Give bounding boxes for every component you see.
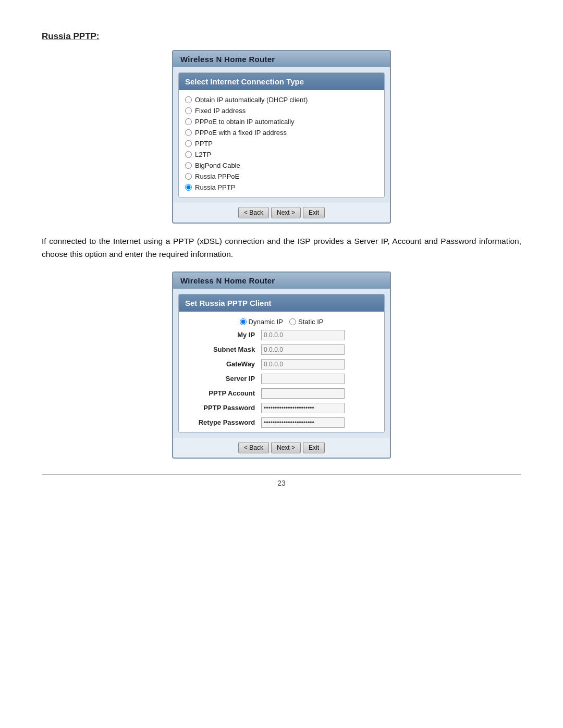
form-table: My IP Subnet Mask GateWay [184, 328, 379, 430]
option-pppoe-auto-label: PPPoE to obtain IP automatically [195, 118, 295, 126]
input-gateway[interactable] [261, 359, 345, 369]
page-number: 23 [42, 479, 521, 487]
option-fixed-ip[interactable]: Fixed IP address [185, 105, 378, 116]
radio-pptp[interactable] [185, 140, 192, 147]
input-retype-password[interactable] [261, 417, 345, 428]
back-button-2[interactable]: < Back [238, 442, 269, 453]
btn-row-1: < Back Next > Exit [173, 203, 390, 223]
field-server-ip: Server IP [184, 372, 379, 386]
input-cell-pptp-password [258, 401, 379, 415]
label-my-ip: My IP [184, 328, 258, 342]
input-cell-server-ip [258, 372, 379, 386]
form-wrapper: Dynamic IP Static IP My IP [179, 312, 384, 432]
input-subnet-mask[interactable] [261, 344, 345, 355]
option-l2tp[interactable]: L2TP [185, 149, 378, 160]
page-heading: Russia PPTP: [42, 31, 521, 42]
radio-fixed-ip[interactable] [185, 107, 192, 114]
field-my-ip: My IP [184, 328, 379, 342]
option-dhcp[interactable]: Obtain IP automatically (DHCP client) [185, 94, 378, 105]
option-pppoe-fixed-label: PPPoE with a fixed IP address [195, 129, 287, 137]
next-button-1[interactable]: Next > [271, 207, 301, 218]
option-pptp-label: PPTP [195, 140, 213, 147]
input-my-ip[interactable] [261, 330, 345, 340]
option-pppoe-fixed[interactable]: PPPoE with a fixed IP address [185, 127, 378, 138]
footer-divider [42, 474, 521, 475]
option-russia-pptp[interactable]: Russia PPTP [185, 182, 378, 193]
input-cell-my-ip [258, 328, 379, 342]
option-bigpond[interactable]: BigPond Cable [185, 160, 378, 171]
field-retype-password: Retype Password [184, 415, 379, 430]
label-server-ip: Server IP [184, 372, 258, 386]
field-subnet-mask: Subnet Mask [184, 342, 379, 357]
router-inner-1: Select Internet Connection Type Obtain I… [178, 72, 385, 198]
option-russia-pppoe-label: Russia PPPoE [195, 172, 239, 180]
section-header-1: Select Internet Connection Type [179, 73, 384, 90]
options-list: Obtain IP automatically (DHCP client) Fi… [179, 90, 384, 197]
router-inner-2: Set Russia PPTP Client Dynamic IP Static… [178, 294, 385, 433]
label-pptp-password: PPTP Password [184, 401, 258, 415]
option-pppoe-auto[interactable]: PPPoE to obtain IP automatically [185, 116, 378, 127]
input-pptp-password[interactable] [261, 403, 345, 413]
dynamic-ip-label[interactable]: Dynamic IP [240, 318, 283, 326]
radio-dynamic-ip[interactable] [240, 318, 247, 325]
next-button-2[interactable]: Next > [271, 442, 301, 453]
option-russia-pppoe[interactable]: Russia PPPoE [185, 171, 378, 182]
static-ip-label[interactable]: Static IP [289, 318, 323, 326]
label-retype-password: Retype Password [184, 415, 258, 430]
option-fixed-ip-label: Fixed IP address [195, 107, 246, 115]
input-server-ip[interactable] [261, 374, 345, 384]
dynamic-static-row: Dynamic IP Static IP [184, 315, 379, 328]
back-button-1[interactable]: < Back [238, 207, 269, 218]
static-ip-text: Static IP [298, 318, 323, 326]
router-box-2: Wireless N Home Router Set Russia PPTP C… [172, 272, 391, 459]
option-russia-pptp-label: Russia PPTP [195, 183, 235, 191]
router-title-1: Wireless N Home Router [173, 51, 390, 67]
option-dhcp-label: Obtain IP automatically (DHCP client) [195, 96, 308, 104]
radio-pppoe-fixed[interactable] [185, 129, 192, 136]
option-l2tp-label: L2TP [195, 151, 211, 158]
exit-button-2[interactable]: Exit [303, 442, 325, 453]
input-cell-retype-password [258, 415, 379, 430]
radio-l2tp[interactable] [185, 151, 192, 158]
input-pptp-account[interactable] [261, 388, 345, 399]
input-cell-subnet [258, 342, 379, 357]
exit-button-1[interactable]: Exit [303, 207, 325, 218]
input-cell-gateway [258, 357, 379, 372]
router-title-2: Wireless N Home Router [173, 273, 390, 289]
radio-static-ip[interactable] [289, 318, 296, 325]
field-gateway: GateWay [184, 357, 379, 372]
radio-dhcp[interactable] [185, 96, 192, 103]
field-pptp-account: PPTP Account [184, 386, 379, 401]
radio-russia-pptp[interactable] [185, 184, 192, 191]
radio-russia-pppoe[interactable] [185, 173, 192, 180]
description-text: If connected to the Internet using a PPT… [42, 235, 521, 261]
section-header-2: Set Russia PPTP Client [179, 294, 384, 312]
input-cell-pptp-account [258, 386, 379, 401]
btn-row-2: < Back Next > Exit [173, 438, 390, 458]
label-pptp-account: PPTP Account [184, 386, 258, 401]
dynamic-ip-text: Dynamic IP [249, 318, 283, 326]
radio-bigpond[interactable] [185, 162, 192, 169]
label-gateway: GateWay [184, 357, 258, 372]
label-subnet-mask: Subnet Mask [184, 342, 258, 357]
field-pptp-password: PPTP Password [184, 401, 379, 415]
radio-pppoe-auto[interactable] [185, 118, 192, 125]
router-box-1: Wireless N Home Router Select Internet C… [172, 50, 391, 224]
option-pptp[interactable]: PPTP [185, 138, 378, 149]
option-bigpond-label: BigPond Cable [195, 162, 240, 169]
